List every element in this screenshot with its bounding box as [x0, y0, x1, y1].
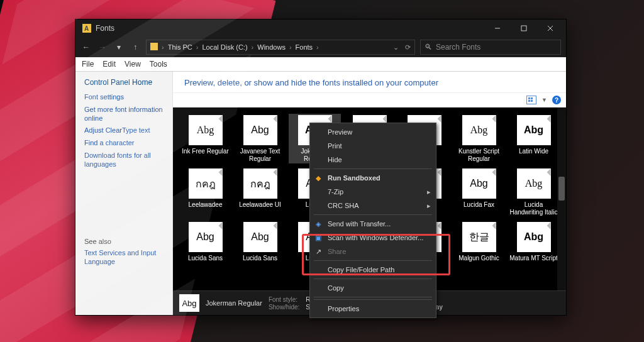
font-label: Lucida Sans	[188, 255, 223, 268]
ctx-item-share: ↗Share	[310, 245, 436, 258]
svg-rect-6	[150, 43, 158, 50]
minimize-button[interactable]	[484, 19, 511, 37]
font-item[interactable]: กคฎLeelawadee UI	[234, 167, 286, 217]
ctx-item-hide[interactable]: Hide	[310, 153, 436, 167]
ctx-item-label: Properties	[328, 305, 359, 312]
ctx-item-label: Share	[328, 248, 346, 255]
svg-rect-8	[531, 97, 533, 99]
forward-button[interactable]: →	[97, 43, 108, 52]
scrollbar-thumb[interactable]	[558, 177, 565, 201]
font-item[interactable]: AbgLucida Handwriting Italic	[508, 167, 560, 217]
font-item[interactable]: AbgLucida Fax	[453, 167, 505, 217]
context-menu: PreviewPrintHide◆Run Sandboxed7-Zip▸CRC …	[309, 123, 436, 318]
search-box[interactable]: 🔍︎ Search Fonts	[420, 40, 561, 55]
view-options-icon[interactable]	[526, 96, 536, 104]
svg-rect-9	[528, 100, 530, 102]
sidebar-link[interactable]: Font settings	[84, 93, 164, 102]
font-thumbnail: Abg	[517, 115, 551, 145]
font-item[interactable]: กคฎLeelawadee	[179, 167, 231, 217]
ctx-item-properties[interactable]: Properties	[310, 302, 436, 316]
menubar: File Edit View Tools	[75, 57, 566, 72]
back-button[interactable]: ←	[80, 43, 92, 52]
help-icon[interactable]: ?	[552, 96, 561, 104]
ctx-item-label: CRC SHA	[328, 202, 359, 209]
font-item[interactable]: AbgInk Free Regular	[179, 114, 231, 163]
ctx-item-label: Send with Transfer...	[328, 220, 391, 228]
font-label: Leelawadee UI	[239, 201, 281, 215]
font-thumbnail: Abg	[243, 115, 277, 145]
font-item[interactable]: AbgLatin Wide	[508, 114, 560, 163]
ctx-item-label: 7-Zip	[328, 188, 343, 196]
breadcrumb[interactable]: Local Disk (C:)	[202, 43, 247, 51]
window-title: Fonts	[96, 24, 484, 33]
sidebar: Control Panel Home Font settings Get mor…	[75, 72, 173, 315]
font-label: Lucida Fax	[464, 201, 494, 215]
ctx-item-label: Copy	[328, 284, 344, 292]
sidebar-link[interactable]: Find a character	[84, 139, 164, 148]
refresh-icon[interactable]: ⟳	[405, 43, 411, 52]
menu-edit[interactable]: Edit	[103, 60, 116, 69]
svg-rect-3	[521, 26, 526, 31]
font-thumbnail: กคฎ	[243, 168, 277, 199]
breadcrumb[interactable]: Fonts	[296, 43, 313, 51]
ctx-item-print[interactable]: Print	[310, 139, 436, 153]
ctx-item-crc-sha[interactable]: CRC SHA▸	[310, 199, 436, 212]
ctx-item-preview[interactable]: Preview	[310, 125, 436, 139]
ctx-item-send-with-transfer-[interactable]: ◈Send with Transfer...	[310, 217, 436, 231]
menu-tools[interactable]: Tools	[150, 60, 167, 69]
details-font-name: Jokerman Regular	[206, 299, 262, 307]
up-button[interactable]: ↑	[130, 43, 141, 52]
address-bar[interactable]: › This PC› Local Disk (C:)› Windows› Fon…	[146, 40, 415, 55]
breadcrumb[interactable]: Windows	[257, 43, 286, 51]
ctx-item-run-sandboxed[interactable]: ◆Run Sandboxed	[310, 171, 436, 185]
details-thumbnail: Abg	[179, 294, 199, 312]
submenu-arrow-icon: ▸	[427, 202, 431, 210]
ctx-item-icon: ↗	[314, 247, 323, 256]
breadcrumb[interactable]: This PC	[168, 43, 192, 51]
search-placeholder: Search Fonts	[436, 43, 480, 52]
recent-dropdown[interactable]: ▾	[113, 43, 125, 52]
sidebar-link[interactable]: Text Services and Input Language	[84, 249, 164, 267]
ctx-item-scan-with-windows-defender-[interactable]: ▣Scan with Windows Defender...	[310, 231, 436, 245]
view-toolbar: ▼ ?	[173, 92, 566, 108]
ctx-item--zip[interactable]: 7-Zip▸	[310, 185, 436, 199]
svg-rect-7	[528, 97, 530, 99]
sidebar-link[interactable]: Adjust ClearType text	[84, 126, 164, 135]
font-thumbnail: Abg	[517, 168, 551, 199]
menu-view[interactable]: View	[125, 60, 141, 69]
close-button[interactable]	[537, 19, 564, 37]
font-item[interactable]: AbgKunstler Script Regular	[453, 114, 505, 163]
view-dropdown-icon[interactable]: ▼	[541, 97, 547, 103]
ctx-item-icon: ◆	[314, 174, 323, 182]
menu-file[interactable]: File	[82, 60, 94, 69]
font-label: Leelawadee	[189, 201, 223, 215]
font-item[interactable]: AbgMatura MT Script	[508, 221, 560, 270]
ctx-item-copy[interactable]: Copy	[310, 281, 436, 295]
font-item[interactable]: AbgLucida Sans	[179, 221, 231, 270]
font-item[interactable]: AbgLucida Sans	[234, 221, 286, 270]
font-thumbnail: Abg	[189, 115, 223, 145]
font-label: Lucida Handwriting Italic	[509, 201, 558, 216]
address-dropdown-icon[interactable]: ⌄	[393, 43, 399, 52]
page-title: Preview, delete, or show and hide the fo…	[173, 72, 566, 92]
scrollbar[interactable]	[557, 108, 566, 315]
font-thumbnail: Abg	[462, 115, 496, 145]
font-item[interactable]: AbgJavanese Text Regular	[234, 114, 286, 163]
svg-rect-10	[531, 100, 533, 102]
sidebar-link[interactable]: Download fonts for all languages	[84, 152, 164, 169]
font-thumbnail: Abg	[243, 222, 277, 252]
font-item[interactable]: 한글Malgun Gothic	[453, 221, 505, 270]
svg-rect-0	[82, 24, 91, 33]
submenu-arrow-icon: ▸	[427, 188, 431, 196]
ctx-item-icon: ◈	[314, 219, 323, 228]
sidebar-link[interactable]: Get more font information online	[84, 106, 164, 123]
font-thumbnail: Abg	[517, 222, 551, 252]
titlebar[interactable]: A Fonts	[75, 19, 566, 37]
maximize-button[interactable]	[511, 19, 537, 37]
ctx-item-copy-file-folder-path[interactable]: Copy File/Folder Path	[310, 263, 436, 277]
nav-toolbar: ← → ▾ ↑ › This PC› Local Disk (C:)› Wind…	[75, 37, 566, 57]
ctx-item-icon: ▣	[314, 233, 323, 242]
fonts-folder-icon: A	[82, 23, 92, 33]
ctx-item-label: Preview	[328, 128, 352, 136]
control-panel-home-link[interactable]: Control Panel Home	[84, 78, 164, 87]
